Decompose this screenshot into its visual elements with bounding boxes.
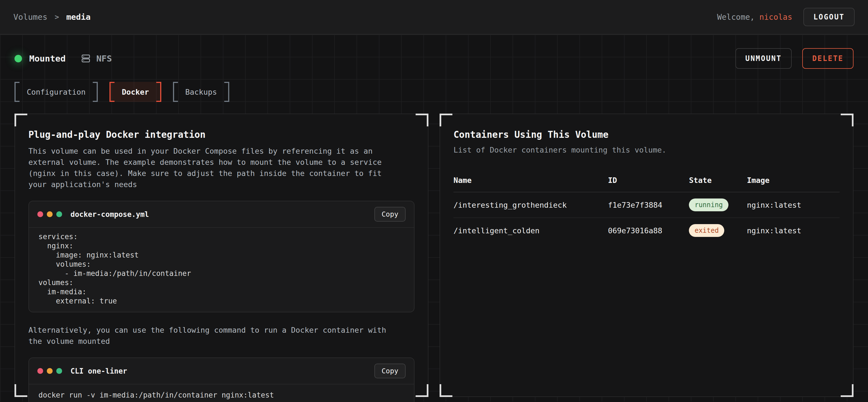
bracket-right-icon: [93, 82, 98, 102]
compose-filename: docker-compose.yml: [70, 210, 149, 219]
breadcrumb: Volumes > media: [13, 12, 91, 22]
table-row: /intelligent_colden 069e73016a88 exited …: [454, 218, 840, 243]
panel-corner-icon: [440, 113, 453, 126]
panel-corner-icon: [14, 384, 27, 397]
column-header-id: ID: [608, 176, 689, 192]
tab-backups[interactable]: Backups: [173, 82, 229, 102]
docker-panel-description: This volume can be used in your Docker C…: [28, 145, 414, 190]
containers-table: Name ID State Image /interesting_grothen…: [454, 176, 840, 243]
compose-code-block: docker-compose.yml Copy services: nginx:…: [28, 201, 414, 312]
mount-type-label: NFS: [96, 54, 112, 64]
username: nicolas: [760, 12, 792, 22]
logout-button[interactable]: LOGOUT: [803, 8, 855, 26]
green-dot-icon: [56, 211, 62, 217]
breadcrumb-current-volume: media: [66, 12, 91, 22]
panel-corner-icon: [415, 384, 428, 397]
red-dot-icon: [37, 368, 43, 374]
column-header-image: Image: [747, 176, 840, 192]
bracket-right-icon: [156, 82, 161, 102]
server-stack-icon: [80, 53, 91, 64]
cli-title: CLI one-liner: [70, 367, 127, 375]
container-image: nginx:latest: [747, 218, 840, 243]
copy-compose-button[interactable]: Copy: [374, 207, 406, 222]
top-bar-right: Welcome, nicolas LOGOUT: [717, 8, 855, 26]
table-header-row: Name ID State Image: [454, 176, 840, 192]
mounted-status-label: Mounted: [29, 54, 66, 64]
bracket-left-icon: [110, 82, 115, 102]
red-dot-icon: [37, 211, 43, 217]
bracket-left-icon: [14, 82, 20, 102]
cli-code-block: CLI one-liner Copy docker run -v im-medi…: [28, 358, 414, 402]
column-header-name: Name: [454, 176, 608, 192]
panel-corner-icon: [841, 113, 854, 126]
cli-code-content: docker run -v im-media:/path/in/containe…: [29, 384, 414, 402]
copy-cli-button[interactable]: Copy: [374, 364, 406, 378]
mounted-status-dot-icon: [14, 55, 22, 62]
panel-corner-icon: [440, 384, 453, 397]
container-image: nginx:latest: [747, 192, 840, 218]
containers-panel: Containers Using This Volume List of Doc…: [440, 113, 854, 397]
unmount-button[interactable]: UNMOUNT: [735, 48, 792, 69]
cli-intro-text: Alternatively, you can use the following…: [28, 325, 414, 347]
volume-actions: UNMOUNT DELETE: [735, 48, 854, 69]
tab-docker-label: Docker: [122, 88, 149, 96]
traffic-lights-icon: [37, 368, 62, 374]
compose-code-content: services: nginx: image: nginx:latest vol…: [29, 228, 414, 312]
container-id: 069e73016a88: [608, 218, 689, 243]
tab-configuration[interactable]: Configuration: [14, 82, 98, 102]
top-bar: Volumes > media Welcome, nicolas LOGOUT: [0, 0, 868, 35]
panels-row: Plug-and-play Docker integration This vo…: [14, 113, 854, 397]
containers-panel-title: Containers Using This Volume: [454, 129, 840, 140]
table-row: /interesting_grothendieck f1e73e7f3884 r…: [454, 192, 840, 218]
tab-backups-label: Backups: [185, 88, 217, 96]
bracket-left-icon: [173, 82, 178, 102]
amber-dot-icon: [47, 211, 53, 217]
tab-docker[interactable]: Docker: [110, 82, 161, 102]
welcome-prefix: Welcome,: [717, 12, 760, 22]
status-badge: running: [689, 199, 728, 211]
cli-code-header: CLI one-liner Copy: [29, 358, 414, 384]
panel-corner-icon: [415, 113, 428, 126]
bracket-right-icon: [224, 82, 229, 102]
status-badge: exited: [689, 224, 724, 237]
amber-dot-icon: [47, 368, 53, 374]
welcome-text: Welcome, nicolas: [717, 12, 792, 22]
docker-panel-title: Plug-and-play Docker integration: [28, 129, 414, 140]
docker-integration-panel: Plug-and-play Docker integration This vo…: [14, 113, 428, 397]
panel-corner-icon: [14, 113, 27, 126]
delete-button[interactable]: DELETE: [802, 48, 854, 69]
container-name: /intelligent_colden: [454, 218, 608, 243]
breadcrumb-volumes[interactable]: Volumes: [13, 12, 48, 22]
tab-configuration-label: Configuration: [27, 88, 86, 96]
green-dot-icon: [56, 368, 62, 374]
tab-bar: Configuration Docker Backups: [14, 82, 854, 102]
containers-panel-subtitle: List of Docker containers mounting this …: [454, 145, 840, 154]
container-name: /interesting_grothendieck: [454, 192, 608, 218]
container-id: f1e73e7f3884: [608, 192, 689, 218]
volume-status-row: Mounted NFS UNMOUNT DELETE: [14, 48, 854, 69]
volume-status: Mounted NFS: [14, 53, 112, 64]
main-content: Mounted NFS UNMOUNT DELETE Configuration: [0, 35, 868, 401]
panel-corner-icon: [841, 384, 854, 397]
compose-code-header: docker-compose.yml Copy: [29, 201, 414, 228]
traffic-lights-icon: [37, 211, 62, 217]
column-header-state: State: [689, 176, 747, 192]
chevron-right-icon: >: [55, 13, 59, 21]
